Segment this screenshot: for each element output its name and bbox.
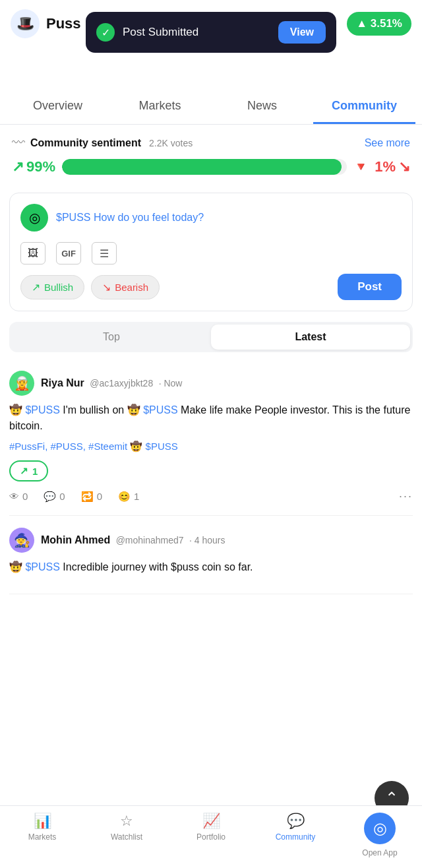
post-time: · 4 hours [189,535,225,545]
post-actions: ↗ Bullish ↘ Bearish Post [20,274,402,300]
post-user-row: 🧙 Mohin Ahmed @mohinahmed7 · 4 hours [9,528,413,553]
bullish-badge[interactable]: ↗ 1 [9,460,48,481]
bullish-fill [62,159,342,175]
more-options[interactable]: ··· [399,489,413,503]
sentiment-header: 〰 Community sentiment 2.2K votes See mor… [12,135,410,150]
views-stat[interactable]: 👁 0 [9,491,28,502]
sort-tab-latest[interactable]: Latest [211,325,410,350]
bearish-percentage: 1% ↘ [375,158,410,175]
post-user-row: 🧝 Riya Nur @ac1axyjbkt28 · Now [9,371,413,396]
sentiment-title: Community sentiment [30,137,141,149]
post-content: 🤠 $PUSS Incredible journey with $puss co… [9,559,413,575]
bearish-arrow-icon: ↘ [102,281,111,294]
nav-tabs: Overview Markets News Community [0,87,422,125]
bullish-button[interactable]: ↗ Bullish [20,275,84,299]
list-icon[interactable]: ☰ [92,242,117,264]
nav-item-markets[interactable]: 📊 Markets [0,813,84,857]
nav-label-community: Community [276,832,316,842]
bearish-indicator: 🔻 [353,160,368,174]
open-app-icon: ◎ [373,819,387,838]
post-input[interactable]: $PUSS How do you feel today? [56,212,204,224]
comments-stat[interactable]: 💬 0 [44,491,65,503]
nav-item-openapp[interactable]: ◎ Open App [338,813,422,857]
bullish-arrow-icon: ↗ [32,281,40,294]
post-stats: 👁 0 💬 0 🔁 0 😊 1 ··· [9,489,413,503]
reaction-stat[interactable]: 😊 1 [118,491,139,503]
sentiment-section: 〰 Community sentiment 2.2K votes See mor… [0,125,422,182]
tab-overview[interactable]: Overview [7,87,109,124]
post-avatar: 🧝 [9,371,34,396]
bull-badge-icon: ↗ [20,465,28,477]
post-media-icons: 🖼 GIF ☰ [20,242,402,264]
community-icon: 💬 [287,813,305,830]
eye-icon: 👁 [9,491,19,502]
chevron-up-icon: ⌃ [385,789,398,807]
sentiment-icon: 〰 [12,135,25,150]
bearish-button[interactable]: ↘ Bearish [91,275,160,299]
gif-upload-icon[interactable]: GIF [56,242,81,264]
main-content: 〰 Community sentiment 2.2K votes See mor… [0,125,422,594]
nav-item-portfolio[interactable]: 📈 Portfolio [169,813,253,857]
post-submit-button[interactable]: Post [338,274,402,300]
bullish-percentage: ↗ 99% [12,158,55,175]
toast-text: Post Submitted [123,26,270,39]
markets-icon: 📊 [34,813,51,830]
toast-view-button[interactable]: View [278,21,326,44]
post-compose-box: ◎ $PUSS How do you feel today? 🖼 GIF ☰ ↗… [9,193,413,311]
nav-item-community[interactable]: 💬 Community [253,813,338,857]
post-avatar: 🧙 [9,528,34,553]
header-price: ▲ 3.51% [347,12,411,36]
sentiment-progress-bar [62,159,347,175]
post-user-avatar: ◎ [20,204,48,232]
image-upload-icon[interactable]: 🖼 [20,242,45,264]
post-content: 🤠 $PUSS I'm bullish on 🤠 $PUSS Make life… [9,402,413,434]
bottom-navigation: 📊 Markets ☆ Watchlist 📈 Portfolio 💬 Comm… [0,805,422,868]
post-handle: @mohinahmed7 [116,535,184,545]
tab-news[interactable]: News [211,87,313,124]
sentiment-bar: ↗ 99% 🔻 1% ↘ [12,158,410,175]
sentiment-votes: 2.2K votes [149,138,193,148]
sort-tabs: Top Latest [9,322,413,352]
nav-item-watchlist[interactable]: ☆ Watchlist [84,813,169,857]
tab-markets[interactable]: Markets [109,87,211,124]
post-item: 🧝 Riya Nur @ac1axyjbkt28 · Now 🤠 $PUSS I… [9,359,413,516]
post-handle: @ac1axyjbkt28 [90,378,153,388]
post-item: 🧙 Mohin Ahmed @mohinahmed7 · 4 hours 🤠 $… [9,516,413,594]
header-avatar: 🎩 [11,9,40,38]
nav-label-openapp: Open App [362,848,397,857]
reaction-icon: 😊 [118,491,131,503]
nav-label-portfolio: Portfolio [196,832,226,842]
tab-community[interactable]: Community [313,87,415,124]
post-list: 🧝 Riya Nur @ac1axyjbkt28 · Now 🤠 $PUSS I… [0,359,422,594]
post-time: · Now [159,378,183,388]
see-more-button[interactable]: See more [365,137,410,149]
post-username: Riya Nur [41,377,84,388]
nav-label-watchlist: Watchlist [111,832,142,842]
watchlist-icon: ☆ [120,813,133,830]
toast-check-icon: ✓ [96,23,115,42]
comment-icon: 💬 [44,491,56,503]
open-app-icon-container: ◎ [364,813,396,844]
portfolio-icon: 📈 [202,813,220,830]
bull-badge-count: 1 [32,466,38,477]
retweet-icon: 🔁 [81,491,94,503]
post-input-row: ◎ $PUSS How do you feel today? [20,204,402,232]
sort-tab-top[interactable]: Top [12,325,211,350]
post-hashtags: #PussFi, #PUSS, #Steemit 🤠 $PUSS [9,441,413,452]
toast-notification: ✓ Post Submitted View [86,12,336,53]
retweet-stat[interactable]: 🔁 0 [81,491,102,503]
post-username: Mohin Ahmed [41,534,110,545]
nav-label-markets: Markets [28,832,57,842]
